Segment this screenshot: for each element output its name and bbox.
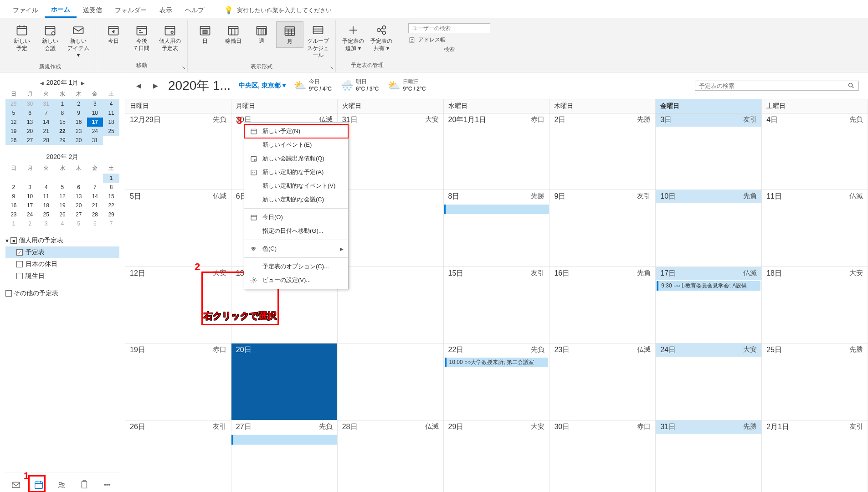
- mini-cal-day[interactable]: 25: [103, 127, 119, 136]
- mini-cal-day[interactable]: 8: [54, 108, 71, 118]
- ctx-new-appointment[interactable]: 新しい予定(N): [244, 124, 348, 138]
- day-cell[interactable]: 3日友引: [656, 113, 762, 190]
- new-appointment-button[interactable]: 新しい 予定: [8, 21, 36, 54]
- search-icon[interactable]: [847, 82, 855, 89]
- day-cell[interactable]: 12日大安: [125, 267, 231, 343]
- mini-cal-day[interactable]: 2: [22, 219, 38, 228]
- day-cell[interactable]: 8日先勝A県B市へ出張; A県B市: [444, 190, 550, 266]
- mini-cal-day[interactable]: 17: [22, 201, 38, 210]
- new-items-button[interactable]: 新しい アイテム ▾: [65, 21, 92, 61]
- calendar-item-birthday[interactable]: 誕生日: [5, 270, 119, 282]
- mini-cal-day[interactable]: 28: [87, 210, 103, 219]
- mini-cal-day[interactable]: 4: [38, 183, 54, 192]
- mini-cal-day[interactable]: 6: [22, 108, 38, 118]
- mini-cal-day[interactable]: 23: [5, 210, 22, 219]
- day-cell[interactable]: 25日先勝: [762, 343, 868, 420]
- address-book-button[interactable]: アドレス帳: [408, 36, 490, 44]
- day-cell[interactable]: 20年1月1日赤口: [444, 113, 550, 190]
- mini-cal-day[interactable]: 14: [87, 192, 103, 201]
- mini-cal-day[interactable]: 21: [38, 127, 54, 136]
- mini-cal-day[interactable]: 9: [5, 192, 22, 201]
- day-cell[interactable]: 28日仏滅: [338, 420, 444, 492]
- mini-cal-day[interactable]: 21: [87, 201, 103, 210]
- mini-cal-day[interactable]: 29: [103, 210, 119, 219]
- next-month-icon[interactable]: ▶: [81, 81, 85, 86]
- day-cell[interactable]: 10日先負: [656, 190, 762, 266]
- calendar-item-schedule[interactable]: ✓予定表: [5, 246, 119, 258]
- nav-mail-icon[interactable]: [10, 479, 22, 491]
- ctx-new-recurring-meeting[interactable]: 新しい定期的な会議(C): [244, 193, 348, 206]
- ctx-today[interactable]: 今日(O): [244, 210, 348, 224]
- mini-cal-day[interactable]: 4: [103, 99, 119, 108]
- dialog-launcher-icon[interactable]: ↘: [330, 65, 334, 70]
- mini-cal-day[interactable]: 2: [71, 99, 87, 108]
- day-cell[interactable]: 27日先負A県B市へ出張; A県B市: [231, 420, 338, 492]
- mini-cal-day[interactable]: [54, 174, 71, 183]
- mini-cal-day[interactable]: 4: [54, 219, 71, 228]
- calendar-item-holiday[interactable]: 日本の休日: [5, 258, 119, 270]
- add-calendar-button[interactable]: 予定表の 追加 ▾: [339, 21, 367, 54]
- mini-cal-day[interactable]: 22: [103, 201, 119, 210]
- mini-cal-day[interactable]: 11: [103, 108, 119, 118]
- mini-cal-day[interactable]: 1: [5, 219, 22, 228]
- mini-cal-day[interactable]: 2: [5, 183, 22, 192]
- ctx-color[interactable]: 色(C)▶: [244, 242, 348, 256]
- event-bar[interactable]: A県B市へ出張; A県B市: [231, 435, 338, 445]
- tab-folder[interactable]: フォルダー: [108, 4, 153, 17]
- search-user-input[interactable]: [408, 23, 490, 33]
- mini-cal-day[interactable]: 18: [103, 118, 119, 127]
- mini-cal-day[interactable]: 23: [71, 127, 87, 136]
- location-dropdown[interactable]: 中央区, 東京都 ▾: [239, 82, 286, 90]
- day-cell[interactable]: 2月1日友引: [762, 420, 868, 492]
- search-calendar[interactable]: [695, 81, 859, 91]
- mini-cal-day[interactable]: 10: [87, 108, 103, 118]
- mini-cal-day[interactable]: 5: [5, 108, 22, 118]
- mini-cal-day[interactable]: 3: [87, 99, 103, 108]
- day-cell[interactable]: 19日赤口: [125, 343, 231, 420]
- tellme-search[interactable]: 💡 実行したい作業を入力してください: [224, 6, 332, 15]
- mini-cal-day[interactable]: 13: [22, 118, 38, 127]
- mini-cal-day[interactable]: 14: [38, 118, 54, 127]
- mini-cal-day[interactable]: [71, 174, 87, 183]
- new-meeting-button[interactable]: 新しい 会議: [36, 21, 64, 54]
- day-cell[interactable]: 20日: [231, 343, 338, 420]
- mini-cal-day[interactable]: [5, 174, 22, 183]
- next-period-icon[interactable]: ▶: [151, 81, 160, 90]
- share-calendar-button[interactable]: 予定表の 共有 ▾: [368, 21, 395, 54]
- day-cell[interactable]: [338, 343, 444, 420]
- dialog-launcher-icon[interactable]: ↘: [182, 65, 185, 70]
- prev-month-icon[interactable]: ◀: [40, 81, 44, 86]
- mini-cal-day[interactable]: 6: [71, 183, 87, 192]
- mini-cal-day[interactable]: 6: [87, 219, 103, 228]
- nav-calendar-icon[interactable]: [33, 479, 45, 491]
- mini-cal-day[interactable]: 12: [54, 192, 71, 201]
- mini-cal-day[interactable]: 29: [5, 99, 22, 108]
- next7-button[interactable]: 今後 7 日間: [128, 21, 155, 54]
- day-cell[interactable]: 22日先負10:00 ○○大学教授来所; 第二会議室: [444, 343, 550, 420]
- mini-cal-day[interactable]: 20: [22, 127, 38, 136]
- mini-cal-day[interactable]: 1: [103, 174, 119, 183]
- mini-cal-day[interactable]: 3: [38, 219, 54, 228]
- mini-cal-day[interactable]: 31: [87, 136, 103, 145]
- day-cell[interactable]: 23日仏滅: [550, 343, 656, 420]
- mini-cal-day[interactable]: 31: [38, 99, 54, 108]
- search-calendar-input[interactable]: [699, 82, 847, 89]
- day-cell[interactable]: 5日仏滅: [125, 190, 231, 266]
- mini-cal-day[interactable]: 28: [38, 136, 54, 145]
- tab-file[interactable]: ファイル: [6, 4, 45, 17]
- mini-cal-day[interactable]: 13: [71, 192, 87, 201]
- day-cell[interactable]: 12月29日先負: [125, 113, 231, 190]
- day-cell[interactable]: 11日仏滅: [762, 190, 868, 266]
- view-month-button[interactable]: 月: [276, 21, 303, 48]
- mini-cal-day[interactable]: 29: [54, 136, 71, 145]
- ctx-goto-date[interactable]: 指定の日付へ移動(G)...: [244, 224, 348, 238]
- ctx-new-recurring-appt[interactable]: 新しい定期的な予定(A): [244, 165, 348, 179]
- mini-cal-day[interactable]: [103, 136, 119, 145]
- mini-cal-day[interactable]: 16: [5, 201, 22, 210]
- mini-cal-day[interactable]: 5: [54, 183, 71, 192]
- view-schedule-button[interactable]: グループ スケジュール: [304, 21, 332, 61]
- ctx-new-recurring-event[interactable]: 新しい定期的なイベント(V): [244, 179, 348, 193]
- day-cell[interactable]: 31日先勝: [656, 420, 762, 492]
- day-cell[interactable]: 29日大安: [444, 420, 550, 492]
- view-workweek-button[interactable]: 稼働日: [220, 21, 247, 47]
